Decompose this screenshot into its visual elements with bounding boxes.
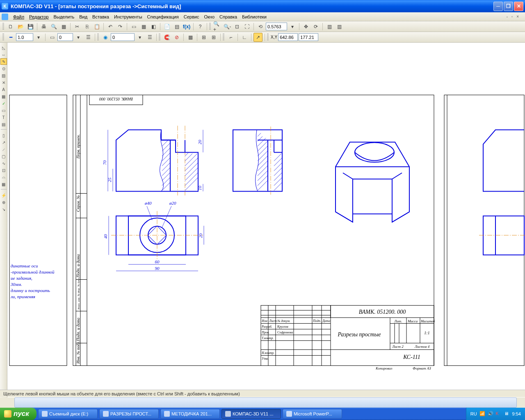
menu-spec[interactable]: Спецификация (145, 14, 181, 19)
pal-table-icon[interactable]: ▦ (0, 93, 7, 100)
grid2-icon[interactable]: ⊞ (199, 33, 208, 42)
mdi-controls[interactable]: - ▫ × (503, 14, 523, 19)
grid-icon[interactable]: ▦ (186, 33, 195, 42)
pal-b3-icon[interactable]: ↘ (0, 206, 7, 212)
taskbar-item-2[interactable]: РАЗРЕЗЫ ПРОСТ... (99, 409, 159, 419)
state-icon[interactable]: ◉ (101, 33, 110, 42)
pal-m2-icon[interactable]: ▭ (0, 107, 7, 114)
maximize-button[interactable]: ❐ (504, 2, 513, 11)
coord-y[interactable] (299, 33, 318, 41)
tb-x2[interactable]: ▥ (335, 22, 344, 31)
pal-hatch-icon[interactable]: ▨ (0, 72, 7, 79)
property-panel[interactable] (14, 397, 517, 408)
local-icon[interactable]: ∟ (240, 33, 249, 42)
layer-dd[interactable]: ▾ (74, 33, 83, 42)
pal-t7-icon[interactable]: ⌓ (0, 174, 7, 180)
menu-select[interactable]: Выделить (51, 14, 77, 19)
grid3-icon[interactable]: ⊞ (209, 33, 218, 42)
taskbar-item-1[interactable]: Съемный диск (E:) (38, 409, 98, 419)
refresh-icon[interactable]: ⟳ (311, 22, 320, 31)
pal-t2-icon[interactable]: ↗ (0, 139, 7, 146)
tb-c[interactable]: ◧ (149, 22, 158, 31)
tb-b[interactable]: ▦ (139, 22, 148, 31)
ortho-icon[interactable]: ⌐ (226, 33, 235, 42)
coord-x[interactable] (278, 33, 298, 41)
zoom-in-icon[interactable]: 🔍+ (213, 22, 222, 31)
tb-d[interactable]: 📄 (162, 22, 171, 31)
pal-t1-icon[interactable]: ▯ (0, 132, 7, 139)
menu-insert[interactable]: Вставка (90, 14, 112, 19)
pal-t5-icon[interactable]: ∿ (0, 160, 7, 167)
taskbar-item-5[interactable]: Microsoft PowerP... (283, 409, 342, 419)
pal-t8-icon[interactable]: ▦ (0, 181, 7, 187)
menu-tools[interactable]: Инструменты (112, 14, 145, 19)
linestyle-dd[interactable]: ▾ (34, 33, 43, 42)
tb-e[interactable]: ▤ (172, 22, 181, 31)
undo-button[interactable]: ↶ (106, 22, 115, 31)
menu-window[interactable]: Окно (201, 14, 217, 19)
snap-on-icon[interactable]: 🧲 (162, 33, 171, 42)
pal-t3-icon[interactable]: ⟋ (0, 146, 7, 153)
layermgr-icon[interactable]: ☰ (84, 33, 93, 42)
tb-a[interactable]: ▭ (129, 22, 138, 31)
menu-service[interactable]: Сервис (181, 14, 202, 19)
pal-m3-icon[interactable]: T (0, 114, 7, 121)
linestyle-input[interactable] (16, 33, 33, 41)
zoom-fit-icon[interactable]: ⛶ (242, 22, 251, 31)
layer-icon[interactable]: ▭ (48, 33, 57, 42)
zoom-window-icon[interactable]: ⊡ (233, 22, 242, 31)
tray-icon-4[interactable]: 🖥 (504, 411, 510, 417)
start-button[interactable]: пуск (0, 408, 37, 420)
pal-axes-icon[interactable]: ✕ (0, 79, 7, 86)
snap-off-icon[interactable]: ⊘ (172, 33, 181, 42)
state-input[interactable] (111, 33, 135, 41)
pal-text-icon[interactable]: A (0, 86, 7, 93)
help-icon[interactable]: ? (196, 22, 205, 31)
close-button[interactable]: ✕ (514, 2, 523, 11)
tray-icon-2[interactable]: 🔊 (488, 411, 493, 417)
pal-dim-icon[interactable]: ↔ (0, 51, 7, 58)
tray-time[interactable]: 9:54 (512, 411, 521, 416)
tray-lang[interactable]: RU (470, 411, 477, 416)
open-button[interactable]: 📂 (16, 22, 25, 31)
statemgr-icon[interactable]: ☰ (145, 33, 154, 42)
layer-input[interactable] (57, 33, 73, 41)
tb-fx[interactable]: f(x) (182, 22, 191, 31)
redo-button[interactable]: ↷ (116, 22, 125, 31)
menu-view[interactable]: Вид (77, 14, 90, 19)
minimize-button[interactable]: ─ (493, 2, 503, 11)
pan-icon[interactable]: ✥ (301, 22, 310, 31)
tray-icon-3[interactable]: K (496, 411, 502, 417)
taskbar-item-3[interactable]: МЕТОДИЧКА 201... (160, 409, 220, 419)
tb-x1[interactable]: ▥ (325, 22, 334, 31)
pal-m4-icon[interactable]: ▤ (0, 121, 7, 128)
system-tray[interactable]: RU 📶 🔊 K 🖥 9:54 (466, 408, 525, 420)
pal-b2-icon[interactable]: ⊕ (0, 199, 7, 205)
linestyle-icon[interactable]: ━ (6, 33, 15, 42)
props-button[interactable]: ▦ (59, 22, 68, 31)
pal-b1-icon[interactable]: ⚡ (0, 192, 7, 199)
cut-button[interactable]: ✂ (73, 22, 82, 31)
menu-file[interactable]: Файл (11, 14, 27, 19)
taskbar-item-4[interactable]: КОМПАС-3D V11 ... (221, 409, 281, 419)
zoom-input[interactable] (266, 23, 287, 30)
round-icon[interactable]: ↗ (253, 33, 262, 42)
zoom-dd-icon[interactable]: ▾ (288, 22, 297, 31)
pal-symbol-icon[interactable]: ⊙ (0, 65, 7, 72)
copy-button[interactable]: ⎘ (82, 22, 91, 31)
pal-edit-icon[interactable]: ✎ (0, 58, 7, 65)
pal-t6-icon[interactable]: ⊡ (0, 167, 7, 173)
zoom-out-icon[interactable]: 🔍- (223, 22, 232, 31)
tray-icon-1[interactable]: 📶 (479, 411, 485, 417)
menu-help[interactable]: Справка (217, 14, 240, 19)
pal-geometry-icon[interactable]: ◺ (0, 44, 7, 51)
drawing-canvas[interactable]: динатные оси -произвольной длинной ие за… (7, 43, 525, 397)
save-button[interactable]: 💾 (26, 22, 35, 31)
zoom-prev-icon[interactable]: ⟲ (256, 22, 265, 31)
paste-button[interactable]: 📋 (92, 22, 101, 31)
state-dd[interactable]: ▾ (135, 33, 144, 42)
new-button[interactable]: 🗋 (6, 22, 15, 31)
menu-edit[interactable]: Редактор (27, 14, 51, 19)
pal-t4-icon[interactable]: ▢ (0, 153, 7, 160)
preview-button[interactable]: 🔍 (49, 22, 58, 31)
